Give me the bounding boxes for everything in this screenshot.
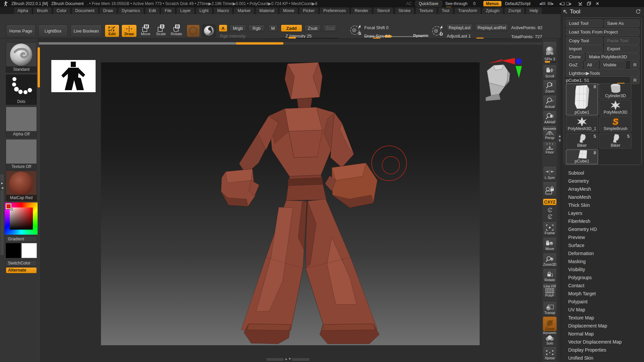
actual-button[interactable]: x1 Actual bbox=[543, 95, 557, 109]
menu-item[interactable]: Edit bbox=[145, 7, 160, 14]
current-texture-tile[interactable]: Texture Off bbox=[6, 139, 37, 170]
subpalette-header[interactable]: UV Map bbox=[561, 306, 644, 314]
subpalette-header[interactable]: Normal Map bbox=[561, 330, 644, 338]
s-gyro-icon[interactable]: S bbox=[349, 23, 362, 38]
canvas-h-scroll-thumb[interactable] bbox=[39, 42, 236, 45]
clone-button[interactable]: Clone bbox=[566, 53, 585, 61]
menu-item[interactable]: Layer bbox=[176, 7, 195, 14]
transp-button[interactable]: Transp bbox=[543, 301, 557, 315]
tool-thumb-polymesh3d-1[interactable]: PolyMesh3D_1 bbox=[566, 116, 598, 132]
document-thumbnail[interactable] bbox=[51, 60, 96, 92]
restore-icon[interactable] bbox=[587, 2, 591, 5]
mrgb-button[interactable]: Mrgb bbox=[229, 24, 246, 32]
live-boolean-button[interactable]: Live Boolean bbox=[70, 24, 102, 37]
canvas-v-scrollbar[interactable] bbox=[38, 45, 40, 362]
rotate-button[interactable]: R Rotate bbox=[170, 24, 183, 37]
menu-item[interactable]: Light bbox=[196, 7, 213, 14]
panel-reset-icon[interactable] bbox=[636, 9, 641, 14]
scale-button[interactable]: S Scale bbox=[154, 24, 168, 37]
lightbox-tools-button[interactable]: Lightbox▶Tools bbox=[566, 69, 640, 77]
menu-item[interactable]: Dynamics bbox=[118, 7, 144, 14]
export-button[interactable]: Export bbox=[604, 45, 640, 53]
menu-item[interactable]: Material bbox=[255, 7, 278, 14]
subpalette-header[interactable]: Masking bbox=[561, 257, 644, 265]
zoom3d-button[interactable]: Zoom3D bbox=[543, 253, 557, 267]
draw-button[interactable]: Draw bbox=[121, 24, 137, 37]
anchor-a-button[interactable]: A bbox=[219, 24, 227, 32]
left-tray-arrows[interactable]: ▶◀ bbox=[1, 181, 4, 191]
menu-item[interactable]: Zscript bbox=[504, 7, 525, 14]
import-button[interactable]: Import bbox=[566, 45, 603, 53]
menu-item[interactable]: Picker bbox=[299, 7, 319, 14]
color-picker[interactable] bbox=[5, 202, 38, 235]
d-gyro-icon[interactable]: D bbox=[431, 23, 444, 38]
minimize-icon[interactable] bbox=[578, 2, 582, 5]
canvas-h-scroll-accent[interactable] bbox=[236, 42, 283, 45]
bottom-scroll-right[interactable] bbox=[292, 358, 310, 361]
main-color-swatch[interactable] bbox=[6, 243, 21, 258]
focal-shift-slider[interactable]: Focal Shift 0 bbox=[364, 25, 388, 30]
current-stroke-tile[interactable]: Dots bbox=[6, 74, 37, 105]
subpalette-header[interactable]: Texture Map bbox=[561, 314, 644, 322]
window-prev-icon[interactable]: ◂❏ bbox=[559, 1, 565, 6]
menu-item[interactable]: File bbox=[161, 7, 175, 14]
subpalette-header[interactable]: Preview bbox=[561, 233, 644, 241]
make-polymesh3d-button[interactable]: Make PolyMesh3D bbox=[586, 53, 640, 61]
close-icon[interactable]: ✕ bbox=[596, 1, 599, 6]
subpalette-header[interactable]: Displacement Map bbox=[561, 322, 644, 330]
document-viewport[interactable] bbox=[101, 62, 480, 345]
home-page-button[interactable]: Home Page bbox=[6, 24, 36, 37]
menu-item[interactable]: Tool bbox=[438, 7, 453, 14]
load-tool-button[interactable]: Load Tool bbox=[566, 19, 603, 27]
goz-r-button[interactable]: R bbox=[630, 61, 640, 69]
tool-thumb-polymesh3d[interactable]: PolyMesh3D bbox=[599, 100, 632, 115]
edit-button[interactable]: Edit bbox=[105, 24, 119, 37]
solo-button[interactable]: Solo bbox=[543, 335, 557, 345]
ghost-button[interactable]: Ghost bbox=[543, 316, 557, 331]
tool-thumb-pcube1-small[interactable]: 8 pCube1 bbox=[566, 149, 598, 164]
menu-item[interactable]: Draw bbox=[99, 7, 117, 14]
goz-all-button[interactable]: All bbox=[584, 61, 599, 69]
replay-last-button[interactable]: ReplayLast bbox=[446, 24, 473, 31]
scroll-button[interactable]: Scroll bbox=[543, 64, 557, 78]
default-zscript-button[interactable]: DefaultZScript bbox=[505, 1, 531, 6]
subpalette-header[interactable]: Surface bbox=[561, 241, 644, 249]
zcut-button[interactable]: Zcut bbox=[323, 24, 337, 32]
subpalette-header[interactable]: Polygroups bbox=[561, 274, 644, 282]
tool-thumb-pcube1-large[interactable]: 8 pCube1 bbox=[566, 83, 598, 115]
current-material-tile[interactable]: MatCap Red Wax bbox=[6, 171, 37, 201]
rotate-z-button[interactable]: Z bbox=[543, 214, 557, 220]
subpalette-header[interactable]: ArrayMesh bbox=[561, 185, 644, 193]
canvas-v-scroll-accent[interactable] bbox=[38, 47, 40, 87]
tool-thumb-biker-2[interactable]: 5 Biker bbox=[599, 133, 632, 148]
secondary-color-swatch[interactable] bbox=[21, 243, 37, 258]
subpalette-header[interactable]: Visibility bbox=[561, 265, 644, 274]
persp-button[interactable]: Dynamic Persp bbox=[543, 125, 557, 140]
subpalette-header[interactable]: Polypaint bbox=[561, 298, 644, 306]
menu-item[interactable]: Macro bbox=[213, 7, 233, 14]
menu-item[interactable]: Brush bbox=[33, 7, 52, 14]
alternate-button[interactable]: Alternate bbox=[6, 267, 37, 274]
subpalette-header[interactable]: FiberMesh bbox=[561, 217, 644, 225]
move-button[interactable]: M Move bbox=[139, 24, 152, 37]
menu-item[interactable]: Help bbox=[526, 7, 542, 14]
menu-item[interactable]: Marker bbox=[233, 7, 255, 14]
menus-button[interactable]: Menus bbox=[483, 1, 502, 7]
subpalette-header[interactable]: Morph Target bbox=[561, 290, 644, 298]
saturation-square[interactable] bbox=[10, 207, 33, 230]
divider-right-icon[interactable]: ǀǀǀǀ▸ bbox=[547, 1, 554, 6]
bpr-button[interactable]: BPR bbox=[543, 41, 557, 56]
quicksave-button[interactable]: QuickSave bbox=[415, 1, 442, 7]
paste-tool-button[interactable]: Paste Tool bbox=[604, 37, 640, 45]
camera-lock-button[interactable] bbox=[543, 181, 557, 197]
dynamic-label[interactable]: Dynamic bbox=[413, 34, 429, 38]
polyf-button[interactable]: Line Fill PolyF bbox=[543, 283, 557, 298]
menu-item[interactable]: Render bbox=[351, 7, 372, 14]
gradient-button[interactable]: Gradient bbox=[6, 236, 37, 242]
rotate-xyz-button[interactable]: XYZ bbox=[543, 198, 557, 205]
menu-item[interactable]: Stencil bbox=[373, 7, 394, 14]
menu-item[interactable]: Preferences bbox=[319, 7, 350, 14]
tool-thumb-cylinder3d[interactable]: Cylinder3D bbox=[599, 83, 632, 99]
sculpt-model[interactable] bbox=[101, 62, 480, 345]
subpalette-header[interactable]: NanoMesh bbox=[561, 193, 644, 201]
